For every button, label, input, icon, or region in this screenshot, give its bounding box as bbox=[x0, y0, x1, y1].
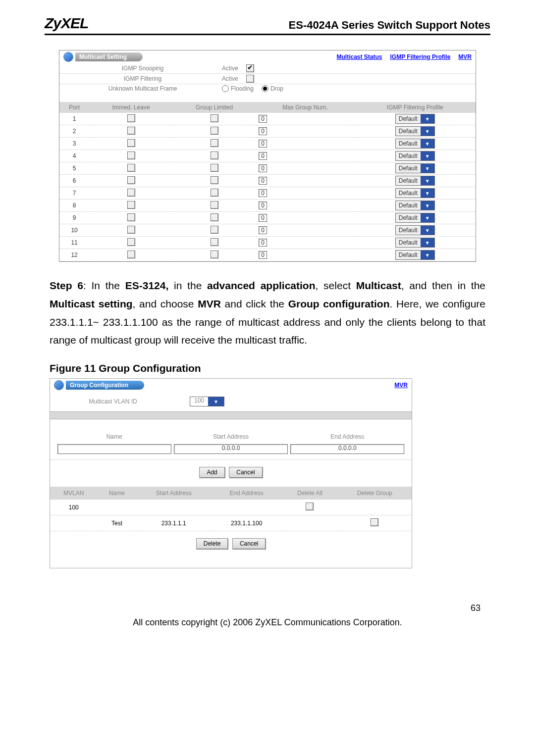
th-start: Start Address bbox=[136, 487, 211, 500]
start-address-input[interactable]: 0.0.0.0 bbox=[174, 444, 288, 454]
immed-leave-checkbox[interactable] bbox=[127, 226, 135, 234]
immed-leave-checkbox[interactable] bbox=[127, 127, 135, 135]
th-port: Port bbox=[59, 102, 89, 113]
page-number: 63 bbox=[45, 603, 490, 613]
multicast-vlan-id-select[interactable]: 100 ▼ bbox=[190, 397, 224, 406]
panel-dot-icon bbox=[63, 52, 73, 62]
step6-paragraph: Step 6: In the ES-3124, in the advanced … bbox=[50, 277, 485, 350]
cell-port: 8 bbox=[59, 200, 89, 212]
table-row: 60Default▼ bbox=[59, 175, 476, 187]
th-profile: IGMP Filtering Profile bbox=[355, 102, 476, 113]
cell-port: 6 bbox=[59, 175, 89, 187]
cancel-button-2[interactable]: Cancel bbox=[232, 538, 266, 549]
cell-port: 10 bbox=[59, 224, 89, 237]
igmp-snooping-checkbox[interactable] bbox=[246, 64, 254, 72]
link-multicast-status[interactable]: Multicast Status bbox=[337, 53, 382, 60]
link-igmp-filtering-profile[interactable]: IGMP Filtering Profile bbox=[390, 53, 451, 60]
table-row: Test 233.1.1.1 233.1.1.100 bbox=[50, 515, 412, 531]
igmp-profile-select[interactable]: Default▼ bbox=[395, 201, 435, 210]
brand-logo: ZyXEL bbox=[45, 15, 88, 32]
max-group-num-input[interactable]: 0 bbox=[259, 226, 267, 234]
radio-drop-label: Drop bbox=[270, 85, 283, 92]
immed-leave-checkbox[interactable] bbox=[127, 201, 135, 209]
th-name: Name bbox=[98, 487, 137, 500]
immed-leave-checkbox[interactable] bbox=[127, 213, 135, 221]
max-group-num-input[interactable]: 0 bbox=[259, 177, 267, 185]
group-limited-checkbox[interactable] bbox=[211, 151, 218, 159]
hdr-name: Name bbox=[56, 433, 172, 440]
group-limited-checkbox[interactable] bbox=[211, 127, 218, 135]
immed-leave-checkbox[interactable] bbox=[127, 151, 135, 159]
max-group-num-input[interactable]: 0 bbox=[259, 152, 267, 160]
max-group-num-input[interactable]: 0 bbox=[259, 164, 267, 172]
table-row: 20Default▼ bbox=[59, 125, 476, 138]
radio-drop[interactable]: Drop bbox=[262, 85, 283, 92]
group-limited-checkbox[interactable] bbox=[211, 238, 218, 246]
radio-flooding[interactable]: Flooding bbox=[222, 85, 254, 92]
chevron-down-icon: ▼ bbox=[208, 397, 224, 406]
name-input[interactable] bbox=[57, 444, 171, 454]
immed-leave-checkbox[interactable] bbox=[127, 189, 135, 197]
igmp-profile-select[interactable]: Default▼ bbox=[395, 225, 435, 235]
table-row: 120Default▼ bbox=[59, 249, 476, 261]
add-button[interactable]: Add bbox=[199, 467, 224, 478]
link-mvr[interactable]: MVR bbox=[458, 53, 472, 60]
chevron-down-icon: ▼ bbox=[421, 127, 434, 136]
chevron-down-icon: ▼ bbox=[421, 201, 434, 210]
active-label-1: Active bbox=[222, 65, 238, 72]
group-limited-checkbox[interactable] bbox=[211, 176, 218, 184]
end-address-input[interactable]: 0.0.0.0 bbox=[290, 444, 404, 454]
group-limited-checkbox[interactable] bbox=[211, 164, 218, 172]
cell-port: 11 bbox=[59, 237, 89, 249]
igmp-profile-select[interactable]: Default▼ bbox=[395, 151, 435, 161]
chevron-down-icon: ▼ bbox=[421, 251, 434, 259]
link-mvr-2[interactable]: MVR bbox=[394, 382, 408, 389]
igmp-profile-select[interactable]: Default▼ bbox=[395, 176, 435, 186]
th-group: Group Limited bbox=[173, 102, 256, 113]
max-group-num-input[interactable]: 0 bbox=[259, 239, 267, 247]
delete-all-checkbox[interactable] bbox=[306, 503, 314, 510]
group-limited-checkbox[interactable] bbox=[211, 189, 218, 197]
igmp-profile-select[interactable]: Default▼ bbox=[395, 250, 435, 260]
igmp-filtering-checkbox[interactable] bbox=[246, 75, 254, 83]
radio-dot-icon bbox=[222, 85, 229, 92]
igmp-profile-select[interactable]: Default▼ bbox=[395, 139, 435, 149]
group-limited-checkbox[interactable] bbox=[211, 251, 218, 258]
igmp-profile-select[interactable]: Default▼ bbox=[395, 188, 435, 198]
max-group-num-input[interactable]: 0 bbox=[259, 202, 267, 209]
cell-port: 7 bbox=[59, 187, 89, 200]
max-group-num-input[interactable]: 0 bbox=[259, 140, 267, 148]
group-limited-checkbox[interactable] bbox=[211, 201, 218, 209]
th-max: Max Group Num. bbox=[256, 102, 354, 113]
igmp-filtering-label: IGMP Filtering bbox=[63, 75, 222, 82]
igmp-profile-select[interactable]: Default▼ bbox=[395, 114, 435, 124]
delete-group-checkbox[interactable] bbox=[371, 518, 378, 526]
delete-button[interactable]: Delete bbox=[196, 538, 228, 549]
group-configuration-panel: Group Configuration MVR Multicast VLAN I… bbox=[50, 378, 412, 568]
th-delete-all: Delete All bbox=[282, 487, 337, 500]
max-group-num-input[interactable]: 0 bbox=[259, 251, 267, 259]
group-limited-checkbox[interactable] bbox=[211, 213, 218, 221]
immed-leave-checkbox[interactable] bbox=[127, 176, 135, 184]
max-group-num-input[interactable]: 0 bbox=[259, 214, 267, 222]
immed-leave-checkbox[interactable] bbox=[127, 238, 135, 246]
table-row: 70Default▼ bbox=[59, 187, 476, 200]
immed-leave-checkbox[interactable] bbox=[127, 114, 135, 122]
max-group-num-input[interactable]: 0 bbox=[259, 189, 267, 197]
igmp-profile-select[interactable]: Default▼ bbox=[395, 126, 435, 136]
cancel-button-1[interactable]: Cancel bbox=[229, 467, 262, 478]
max-group-num-input[interactable]: 0 bbox=[259, 115, 267, 123]
immed-leave-checkbox[interactable] bbox=[127, 164, 135, 172]
group-limited-checkbox[interactable] bbox=[211, 226, 218, 234]
immed-leave-checkbox[interactable] bbox=[127, 251, 135, 258]
group-limited-checkbox[interactable] bbox=[211, 114, 218, 122]
igmp-profile-select[interactable]: Default▼ bbox=[395, 163, 435, 173]
max-group-num-input[interactable]: 0 bbox=[259, 127, 267, 135]
multicast-setting-panel: Multicast Setting Multicast Status IGMP … bbox=[59, 50, 476, 262]
chevron-down-icon: ▼ bbox=[421, 226, 434, 235]
chevron-down-icon: ▼ bbox=[421, 114, 434, 123]
igmp-profile-select[interactable]: Default▼ bbox=[395, 213, 435, 223]
group-limited-checkbox[interactable] bbox=[211, 139, 218, 147]
igmp-profile-select[interactable]: Default▼ bbox=[395, 238, 435, 248]
immed-leave-checkbox[interactable] bbox=[127, 139, 135, 147]
